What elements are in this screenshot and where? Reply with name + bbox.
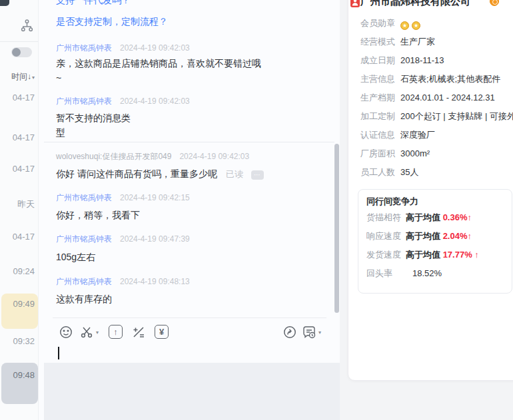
conversation-time[interactable]: 09:32 — [13, 336, 35, 346]
message-body: 你好 请问这件商品有货吗，重量多少呢 — [56, 166, 217, 181]
company-name[interactable]: 广州市晶炜科技有限公司 — [360, 0, 470, 8]
emoji-icon[interactable] — [59, 325, 73, 339]
message-header: woloveshuqi:促佳搜品开发部0492024-4-19 09:42:03 — [56, 151, 249, 162]
message-line: 暂不支持的消息类 — [56, 112, 131, 123]
price-adjust-icon[interactable] — [131, 325, 146, 339]
sender-name[interactable]: 广州市铭禹钟表 — [56, 97, 112, 106]
message-line: 你好 请问这件商品有货吗，重量多少呢 — [56, 168, 217, 179]
sort-control[interactable]: 时间↓▾ — [11, 71, 35, 83]
info-value: 生产厂家 — [400, 37, 435, 47]
message-line: 这款有库存的 — [56, 294, 112, 304]
message-header: 广州市铭禹钟表2024-4-19 09:42:03 — [56, 96, 190, 107]
info-row: 成立日期2018-11-13 — [360, 55, 444, 67]
metric-label: 货描相符 — [366, 212, 406, 224]
conversation-time[interactable]: 04-17 — [13, 132, 35, 142]
message-body: 亲，这款商品是店铺热销商品，喜欢就不要错过哦~ — [56, 56, 261, 85]
conversation-time[interactable]: 09:49 — [13, 299, 35, 309]
info-label: 成立日期 — [360, 55, 400, 67]
metric-value: 18.52% — [412, 268, 442, 278]
info-row: 经营模式生产厂家 — [360, 36, 435, 48]
message-line: 105g左右 — [56, 252, 95, 262]
metric-value: 0.36% — [443, 212, 468, 222]
conversation-time[interactable]: 昨天 — [17, 198, 35, 210]
quick-question-link[interactable]: 支持一件代发吗？ — [56, 0, 131, 7]
list-filter-toggle[interactable] — [11, 47, 32, 57]
screenshot-scissors-icon[interactable] — [79, 325, 94, 339]
composer-divider — [53, 317, 326, 318]
metric-label: 响应速度 — [366, 230, 406, 242]
org-chart-icon[interactable] — [21, 19, 33, 32]
conversation-time[interactable]: 04-17 — [13, 164, 35, 174]
chevron-down-icon[interactable]: ▾ — [96, 329, 99, 335]
conversation-time[interactable]: 04-17 — [13, 93, 35, 103]
message-time: 2024-4-19 09:42:03 — [120, 97, 190, 106]
message-time: 2024-4-19 09:42:03 — [120, 43, 190, 53]
message-header: 广州市铭禹钟表2024-4-19 09:42:15 — [56, 192, 190, 204]
composer-footer — [44, 363, 340, 420]
read-status: 已读⋯ — [226, 168, 264, 180]
more-actions-icon[interactable]: ⋯ — [251, 170, 264, 180]
competitiveness-row: 回头率18.52% — [366, 268, 442, 280]
window-notch — [0, 0, 9, 6]
sender-name[interactable]: 广州市铭禹钟表 — [56, 277, 112, 286]
conversation-time[interactable]: 09:48 — [13, 370, 35, 380]
sender-name[interactable]: 广州市铭禹钟表 — [56, 43, 112, 53]
message-time: 2024-4-19 09:42:03 — [179, 152, 249, 161]
message-body: 你好，稍等，我看下 — [56, 208, 140, 222]
metric-prefix: 高于均值 — [406, 212, 440, 222]
member-medal-icon: ★ — [412, 21, 420, 30]
message-header: 广州市铭禹钟表2024-4-19 09:48:13 — [56, 276, 190, 288]
info-value: 2018-11-13 — [400, 55, 444, 65]
chat-scrollbar[interactable] — [334, 144, 339, 313]
message-time: 2024-4-19 09:42:15 — [120, 193, 190, 202]
chat-history-icon[interactable] — [302, 325, 316, 339]
payment-yen-icon[interactable]: ¥ — [155, 325, 169, 339]
chevron-down-icon: ▾ — [32, 75, 35, 81]
sender-name[interactable]: 广州市铭禹钟表 — [56, 234, 112, 244]
info-label: 主营信息 — [360, 73, 400, 85]
message-header: 广州市铭禹钟表2024-4-19 09:42:03 — [56, 43, 190, 54]
arrow-up-icon: ↑ — [468, 212, 472, 222]
info-label: 经营模式 — [360, 36, 400, 48]
sender-name[interactable]: 广州市铭禹钟表 — [56, 193, 112, 202]
info-label: 认证信息 — [360, 129, 400, 141]
composer-text-cursor[interactable] — [58, 347, 59, 359]
conversation-time[interactable]: 04-17 — [13, 232, 35, 242]
message-line: ~ — [56, 73, 61, 83]
message-time: 2024-4-19 09:48:13 — [120, 277, 190, 286]
message-body: 105g左右 — [56, 250, 95, 264]
info-row: 员工人数35人 — [360, 166, 418, 178]
chat-panel: 支持一件代发吗？ 是否支持定制，定制流程？ 广州市铭禹钟表2024-4-19 0… — [39, 0, 340, 420]
info-row: 主营信息石英表;机械表;其他表配件 — [360, 73, 500, 85]
metric-value: 17.77% — [443, 250, 472, 260]
quick-question-link[interactable]: 是否支持定制，定制流程？ — [56, 16, 168, 28]
info-value: 35人 — [400, 167, 418, 177]
metric-value: 2.04% — [443, 231, 468, 241]
info-label: 员工人数 — [360, 166, 400, 178]
forward-icon[interactable] — [282, 325, 297, 339]
info-value: 深度验厂 — [400, 130, 435, 140]
info-row: 会员勋章★★ — [360, 17, 423, 30]
chat-workspace: 时间↓▾ 04-17 04-17 04-17 昨天 04-17 09:24 09… — [0, 0, 513, 420]
chevron-down-icon[interactable]: ▾ — [318, 329, 321, 335]
message-line: 亲，这款商品是店铺热销商品，喜欢就不要错过哦 — [56, 58, 261, 69]
message-header: 广州市铭禹钟表2024-4-19 09:47:39 — [56, 234, 190, 245]
upload-file-icon[interactable]: ↑ — [109, 325, 123, 339]
info-label: 厂房面积 — [360, 148, 400, 160]
metric-prefix: 高于均值 — [406, 231, 440, 241]
member-medal-icon: ★ — [400, 21, 409, 30]
message-line: 你好，稍等，我看下 — [56, 210, 140, 220]
sender-name[interactable]: woloveshuqi:促佳搜品开发部049 — [56, 152, 171, 161]
message-time: 2024-4-19 09:47:39 — [120, 234, 190, 244]
metric-prefix: 高于均值 — [406, 250, 440, 260]
conversation-time[interactable]: 09:24 — [13, 266, 35, 276]
sort-label: 时间↓ — [11, 72, 31, 81]
competitiveness-row: 发货速度高于均值 17.77% ↑ — [366, 249, 479, 261]
credit-badge-icon — [490, 0, 499, 6]
info-value: 石英表;机械表;其他表配件 — [400, 74, 500, 84]
competitiveness-row: 响应速度高于均值 2.04%↑ — [366, 230, 472, 242]
competitiveness-card: 同行间竞争力 货描相符高于均值 0.36%↑ 响应速度高于均值 2.04%↑ 发… — [358, 189, 512, 294]
conversation-item-selected[interactable] — [1, 363, 38, 404]
info-row: 加工定制200个起订 | 支持贴牌 | 可接外贸 — [360, 110, 513, 122]
metric-label: 发货速度 — [366, 249, 406, 261]
